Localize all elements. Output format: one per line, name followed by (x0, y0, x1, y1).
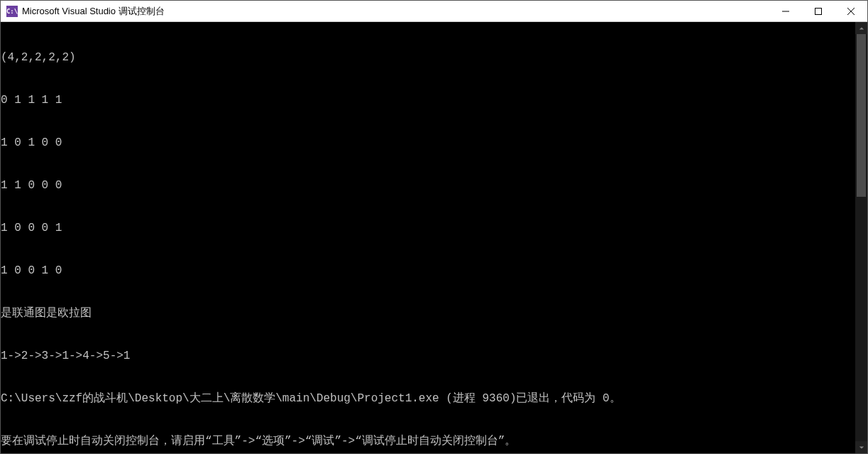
chevron-down-icon (859, 445, 864, 450)
scrollbar-down-button[interactable] (855, 441, 867, 453)
scrollbar-track[interactable] (855, 34, 867, 441)
app-icon: C:\ (6, 6, 18, 17)
console-window: C:\ Microsoft Visual Studio 调试控制台 (4,2,2… (0, 0, 868, 454)
console-line: 0 1 1 1 1 (1, 93, 855, 107)
console-line: 1->2->3->1->4->5->1 (1, 349, 855, 363)
chevron-up-icon (859, 26, 864, 31)
console-output[interactable]: (4,2,2,2,2) 0 1 1 1 1 1 0 1 0 0 1 1 0 0 … (1, 22, 855, 453)
app-icon-text: C:\ (6, 8, 18, 15)
window-title: Microsoft Visual Studio 调试控制台 (22, 5, 769, 18)
close-button[interactable] (835, 1, 867, 21)
maximize-button[interactable] (802, 1, 835, 21)
minimize-icon (782, 8, 789, 15)
vertical-scrollbar[interactable] (855, 22, 867, 453)
window-controls (769, 1, 867, 21)
console-area: (4,2,2,2,2) 0 1 1 1 1 1 0 1 0 0 1 1 0 0 … (1, 22, 867, 453)
close-icon (847, 8, 855, 15)
scrollbar-up-button[interactable] (855, 22, 867, 34)
minimize-button[interactable] (769, 1, 802, 21)
titlebar[interactable]: C:\ Microsoft Visual Studio 调试控制台 (1, 1, 867, 22)
console-line: 1 0 1 0 0 (1, 136, 855, 150)
console-line: 是联通图是欧拉图 (1, 306, 855, 320)
console-line: 1 0 0 0 1 (1, 221, 855, 235)
console-line: 1 1 0 0 0 (1, 178, 855, 193)
maximize-icon (815, 8, 822, 15)
console-line: (4,2,2,2,2) (1, 50, 855, 65)
console-line: 要在调试停止时自动关闭控制台，请启用“工具”->“选项”->“调试”->“调试停… (1, 434, 855, 448)
scrollbar-thumb[interactable] (857, 34, 866, 197)
console-line: C:\Users\zzf的战斗机\Desktop\大二上\离散数学\main\D… (1, 391, 855, 406)
console-line: 1 0 0 1 0 (1, 264, 855, 278)
svg-rect-1 (815, 8, 822, 14)
